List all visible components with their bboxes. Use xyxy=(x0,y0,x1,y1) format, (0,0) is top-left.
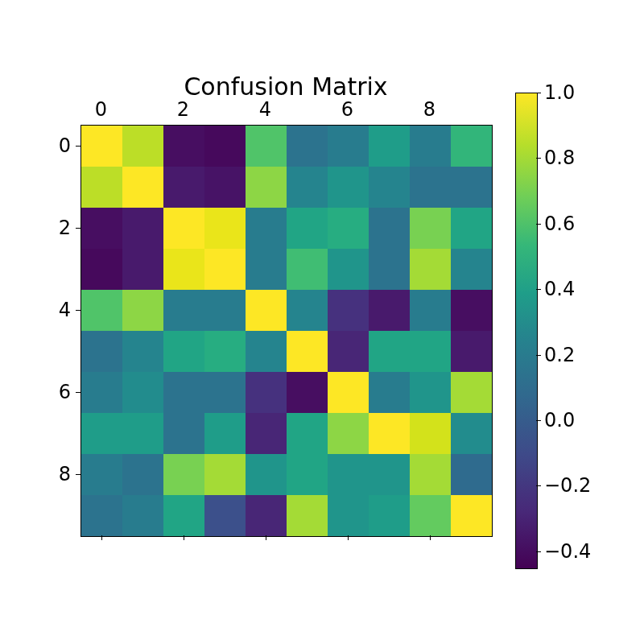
heatmap-cell xyxy=(451,126,492,167)
heatmap-cell xyxy=(410,454,451,495)
colorbar-tick-label: 0.4 xyxy=(544,278,575,300)
heatmap-cell xyxy=(81,167,122,208)
heatmap-cell xyxy=(204,126,246,167)
heatmap-cell xyxy=(204,208,246,249)
heatmap-cell xyxy=(369,372,410,413)
heatmap-cell xyxy=(451,208,492,249)
heatmap-cell xyxy=(287,126,328,167)
y-tick-label: 0 xyxy=(47,134,71,157)
heatmap-cell xyxy=(369,331,410,372)
colorbar-tick-label: 0.6 xyxy=(544,213,575,235)
heatmap-cell xyxy=(328,208,369,249)
heatmap-cell xyxy=(122,372,163,413)
heatmap-cell xyxy=(81,454,122,495)
heatmap-cell xyxy=(246,331,287,372)
heatmap-cell xyxy=(287,413,328,454)
heatmap-cell xyxy=(122,126,163,167)
heatmap-cell xyxy=(451,372,492,413)
x-tick-mark xyxy=(348,535,349,540)
y-tick-mark xyxy=(76,474,80,475)
heatmap-cell xyxy=(246,290,287,331)
x-tick-label: 0 xyxy=(80,98,122,121)
heatmap-cell xyxy=(451,167,492,208)
heatmap-cell xyxy=(163,208,204,249)
colorbar-tick-mark xyxy=(536,158,541,159)
heatmap-cell xyxy=(246,249,287,290)
heatmap-cell xyxy=(246,454,287,495)
heatmap-cell xyxy=(410,208,451,249)
heatmap-cell xyxy=(246,126,287,167)
heatmap-cell xyxy=(410,413,451,454)
heatmap-cell xyxy=(287,208,328,249)
chart-title: Confusion Matrix xyxy=(80,72,491,101)
heatmap-cell xyxy=(287,249,328,290)
y-tick-mark xyxy=(76,392,80,393)
heatmap-cell xyxy=(287,331,328,372)
heatmap-grid xyxy=(81,126,492,536)
heatmap-cell xyxy=(204,495,246,536)
heatmap-cell xyxy=(204,413,246,454)
heatmap-cell xyxy=(369,249,410,290)
heatmap-cell xyxy=(246,167,287,208)
heatmap-cell xyxy=(81,126,122,167)
colorbar-tick-mark xyxy=(536,485,541,486)
y-tick-label: 4 xyxy=(47,299,71,321)
heatmap-cell xyxy=(410,331,451,372)
heatmap-cell xyxy=(328,454,369,495)
heatmap-cell xyxy=(81,495,122,536)
heatmap-cell xyxy=(246,208,287,249)
heatmap-cell xyxy=(287,167,328,208)
y-tick-mark xyxy=(76,310,80,311)
colorbar-tick-mark xyxy=(536,551,541,552)
heatmap-cell xyxy=(122,208,163,249)
heatmap-cell xyxy=(163,167,204,208)
heatmap-cell xyxy=(369,454,410,495)
heatmap-cell xyxy=(328,126,369,167)
heatmap-cell xyxy=(163,454,204,495)
heatmap-cell xyxy=(369,413,410,454)
heatmap-cell xyxy=(246,495,287,536)
y-tick-mark xyxy=(76,146,80,147)
heatmap-cell xyxy=(163,331,204,372)
heatmap-cell xyxy=(328,290,369,331)
heatmap-cell xyxy=(163,372,204,413)
heatmap-cell xyxy=(369,495,410,536)
heatmap-cell xyxy=(122,290,163,331)
x-tick-mark xyxy=(101,535,102,540)
heatmap-cell xyxy=(204,249,246,290)
heatmap-cell xyxy=(410,249,451,290)
heatmap-cell xyxy=(122,495,163,536)
heatmap-cell xyxy=(122,331,163,372)
heatmap-cell xyxy=(328,413,369,454)
heatmap-cell xyxy=(204,167,246,208)
heatmap-cell xyxy=(81,249,122,290)
colorbar-tick-label: 0.8 xyxy=(544,147,575,169)
heatmap-cell xyxy=(287,290,328,331)
heatmap-cell xyxy=(328,372,369,413)
heatmap-cell xyxy=(81,413,122,454)
heatmap-cell xyxy=(81,208,122,249)
heatmap-cell xyxy=(410,495,451,536)
heatmap-cell xyxy=(204,290,246,331)
heatmap-cell xyxy=(369,167,410,208)
heatmap-cell xyxy=(122,413,163,454)
heatmap-cell xyxy=(451,413,492,454)
colorbar-tick-mark xyxy=(536,289,541,290)
y-tick-label: 2 xyxy=(47,217,71,239)
heatmap-cell xyxy=(369,290,410,331)
heatmap-cell xyxy=(246,372,287,413)
heatmap-cell xyxy=(122,167,163,208)
heatmap-cell xyxy=(81,290,122,331)
heatmap-cell xyxy=(122,249,163,290)
x-tick-mark xyxy=(266,535,266,540)
heatmap-cell xyxy=(328,167,369,208)
heatmap-cell xyxy=(369,208,410,249)
heatmap-cell xyxy=(451,290,492,331)
heatmap-cell xyxy=(410,167,451,208)
x-tick-label: 2 xyxy=(163,98,204,121)
heatmap-cell xyxy=(451,495,492,536)
heatmap-cell xyxy=(451,331,492,372)
colorbar-tick-mark xyxy=(536,93,541,93)
heatmap-cell xyxy=(328,495,369,536)
x-tick-label: 4 xyxy=(245,98,286,121)
